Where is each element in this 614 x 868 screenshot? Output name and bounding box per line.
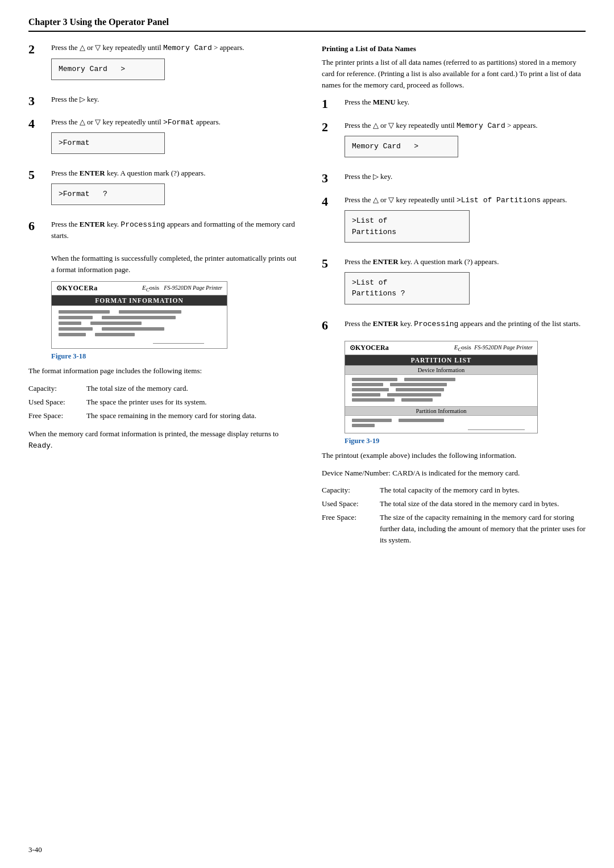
page: Chapter 3 Using the Operator Panel 2 Pre… [0, 0, 614, 868]
fig-bar [352, 378, 397, 381]
def-free-space: Free Space: The space remaining in the m… [28, 410, 301, 422]
ecosys-logo-2: ECosis FS-9520DN Page Printer [454, 344, 533, 352]
closing-text: When the memory card format information … [28, 428, 301, 452]
page-footer: 3-40 [28, 845, 42, 854]
step-5-content: Press the ENTER key. A question mark (?)… [51, 168, 301, 211]
right-step-2-display: Memory Card > [345, 136, 458, 157]
right-def-desc-used: The total size of the data stored in the… [380, 498, 586, 510]
right-step-4-mono: >List of Partitions [457, 196, 541, 205]
def-colon2 [80, 397, 86, 408]
after-figure-18-text: The format information page includes the… [28, 365, 301, 377]
right-step-3-row: 3 Press the ▷ key. [322, 171, 586, 186]
fig-bar [404, 378, 455, 381]
def-used-space: Used Space: The space the printer uses f… [28, 397, 301, 408]
fig-bar [352, 393, 380, 397]
kyocera-logo: ⊙KYOCERa [56, 284, 98, 293]
fig-bar [95, 333, 135, 336]
right-step-5-num: 5 [322, 256, 340, 271]
right-def-term-used: Used Space: [322, 498, 373, 510]
fig-bar [352, 419, 392, 422]
figure-19: ⊙KYOCERa ECosis FS-9520DN Page Printer P… [345, 341, 538, 433]
def-term-used: Used Space: [28, 397, 80, 408]
right-step-2-row: 2 Press the △ or ▽ key repeatedly until … [322, 120, 586, 164]
def-desc-used: The space the printer uses for its syste… [86, 397, 301, 408]
fig-19-partition-body [345, 416, 537, 433]
step-4-content: Press the △ or ▽ key repeatedly until >F… [51, 116, 301, 160]
right-step-3-content: Press the ▷ key. [345, 171, 586, 186]
fig-18-line4 [59, 327, 220, 331]
def-term-free: Free Space: [28, 410, 80, 422]
chapter-header: Chapter 3 Using the Operator Panel [28, 17, 586, 32]
step-2-display: Memory Card > [51, 59, 165, 80]
fig-bar [352, 388, 389, 391]
fig-18-line2 [59, 316, 220, 319]
fig-bar [59, 316, 93, 319]
right-step-2-num: 2 [322, 120, 340, 135]
def-colon3 [80, 410, 86, 422]
step-3-row: 3 Press the ▷ key. [28, 94, 301, 108]
right-def-term-capacity: Capacity: [322, 485, 373, 496]
figure-18-container: ⊙KYOCERa ECosis FS-9520DN Page Printer F… [51, 281, 301, 361]
step-2-row: 2 Press the △ or ▽ key repeatedly until … [28, 42, 301, 86]
definitions-right: Capacity: The total capacity of the memo… [322, 485, 586, 546]
pf-pline2 [352, 424, 530, 427]
right-step-3-text: Press the ▷ key. [345, 171, 586, 182]
right-def-term-free: Free Space: [322, 512, 373, 546]
fig-bar [119, 310, 181, 314]
right-step-4-content: Press the △ or ▽ key repeatedly until >L… [345, 194, 586, 249]
fig-bar [59, 333, 86, 336]
after-figure-19-text: The printout (example above) includes th… [322, 450, 586, 461]
step-6-processing: Processing [121, 220, 165, 229]
fig-bar [90, 322, 142, 325]
pf-pline1 [352, 419, 530, 422]
step-5-display: >Format ? [51, 183, 165, 205]
step-6-enter: ENTER [80, 220, 105, 228]
pf-line1 [352, 378, 530, 381]
step-3-text: Press the ▷ key. [51, 94, 301, 105]
right-intro: The printer prints a list of all data na… [322, 57, 586, 91]
chapter-title: Chapter 3 Using the Operator Panel [28, 17, 169, 27]
def-desc-free: The space remaining in the memory card f… [86, 410, 301, 422]
fig-19-device-section: Device Information [345, 365, 537, 375]
pf-line3 [352, 388, 530, 391]
ready-mono: Ready [28, 441, 51, 450]
right-def-desc-free: The size of the capacity remaining in th… [380, 512, 586, 546]
right-step-2-text: Press the △ or ▽ key repeatedly until Me… [345, 120, 586, 132]
right-def-capacity: Capacity: The total capacity of the memo… [322, 485, 586, 496]
right-step-5-display: >List ofPartitions ? [345, 272, 470, 304]
fig-19-header: ⊙KYOCERa ECosis FS-9520DN Page Printer [345, 341, 537, 355]
right-step-6-num: 6 [322, 318, 340, 333]
right-step-2-mono: Memory Card [457, 122, 505, 130]
step-6-text: Press the ENTER key. Processing appears … [51, 219, 301, 241]
fig-18-line1 [59, 310, 220, 314]
right-step-6-processing: Processing [414, 320, 458, 328]
fig-18-header: ⊙KYOCERa ECosis FS-9520DN Page Printer [52, 282, 227, 295]
step-4-number: 4 [28, 116, 47, 131]
right-step-6-text: Press the ENTER key. Processing appears … [345, 318, 586, 330]
fig-bar [102, 327, 164, 331]
fig-19-device-body [345, 375, 537, 406]
fig-bar [387, 393, 441, 397]
fig-bar [352, 398, 395, 402]
fig-bar [352, 383, 383, 386]
right-def-colon [373, 485, 380, 496]
step-5-number: 5 [28, 168, 47, 182]
step-4-display: >Format [51, 132, 165, 154]
fig-18-line5 [59, 333, 220, 336]
right-step-3-num: 3 [322, 171, 340, 186]
two-column-layout: 2 Press the △ or ▽ key repeatedly until … [28, 42, 586, 553]
right-step-4-num: 4 [322, 194, 340, 209]
fig-bar [352, 424, 375, 427]
pf-line5 [352, 398, 530, 402]
fig-19-partition-section: Partition Information [345, 406, 537, 416]
fig-18-title: FORMAT INFORMATION [52, 295, 227, 306]
right-step-1-row: 1 Press the MENU key. [322, 97, 586, 111]
right-def-free: Free Space: The size of the capacity rem… [322, 512, 586, 546]
page-number: 3-40 [28, 845, 42, 854]
step-4-row: 4 Press the △ or ▽ key repeatedly until … [28, 116, 301, 160]
step-3-number: 3 [28, 94, 47, 108]
fig-bar [59, 327, 93, 331]
step-5-enter: ENTER [80, 169, 105, 177]
right-step-5-row: 5 Press the ENTER key. A question mark (… [322, 256, 586, 310]
right-step-1-text: Press the MENU key. [345, 97, 586, 108]
